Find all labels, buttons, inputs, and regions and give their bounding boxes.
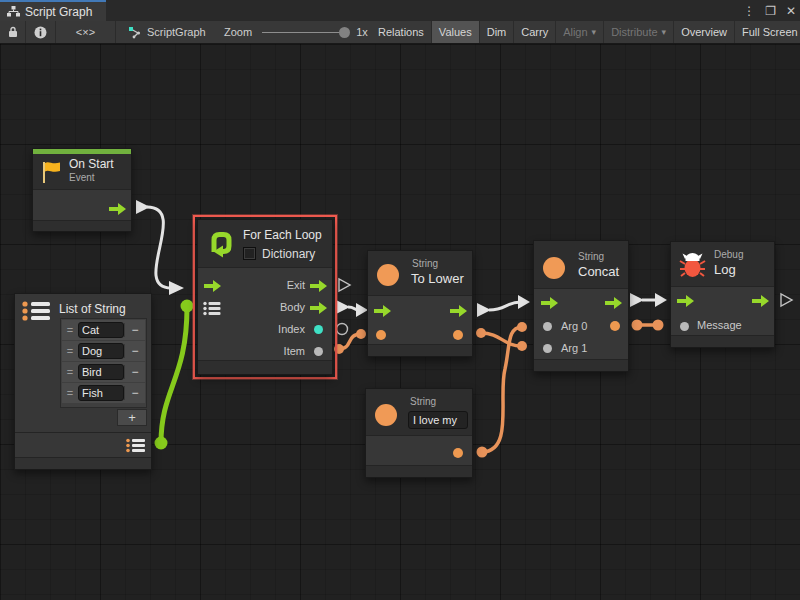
list-item-input[interactable] [78, 385, 124, 401]
log-exit-unconnected[interactable] [781, 294, 792, 306]
overview-button[interactable]: Overview [674, 21, 735, 43]
value-in-port[interactable] [376, 330, 386, 340]
node-subtitle: Event [69, 172, 95, 183]
add-item-button[interactable]: + [117, 409, 147, 426]
code-view-button[interactable]: <×> [56, 21, 116, 43]
flow-in-port[interactable] [677, 295, 694, 307]
align-button[interactable]: Align [556, 21, 604, 43]
wire-cap[interactable] [630, 293, 644, 307]
info-button[interactable] [26, 21, 56, 43]
graph-canvas[interactable]: On Start Event List of String = − [0, 44, 800, 600]
wire-cap[interactable] [476, 328, 486, 338]
node-string-to-lower[interactable]: String To Lower [367, 250, 473, 357]
message-in-port[interactable] [680, 322, 689, 331]
script-graph-window: Script Graph ⋮ ❐ ✕ <×> [0, 0, 800, 600]
item-out-port[interactable] [314, 347, 323, 356]
port-label-message: Message [697, 319, 742, 331]
remove-item-button[interactable]: − [124, 344, 145, 358]
close-icon[interactable]: ✕ [786, 4, 796, 18]
window-menu-icon[interactable]: ⋮ [743, 4, 755, 18]
drag-handle-icon[interactable]: = [62, 324, 78, 336]
port-label-item: Item [284, 345, 305, 357]
wire-cap[interactable] [518, 295, 530, 309]
lock-button[interactable] [0, 21, 26, 43]
flow-in-port[interactable] [204, 280, 221, 292]
list-item-input[interactable] [78, 343, 124, 359]
wire-list-foreach[interactable] [161, 307, 187, 443]
collection-in-port[interactable] [203, 301, 221, 316]
wire-cap[interactable] [477, 447, 488, 458]
wire-cap[interactable] [169, 281, 184, 295]
list-item-row: = − [62, 320, 145, 340]
dim-button[interactable]: Dim [480, 21, 515, 43]
wire-cap[interactable] [336, 300, 350, 314]
list-out-port[interactable] [126, 438, 145, 453]
list-item-input[interactable] [78, 364, 124, 380]
node-debug-log[interactable]: Debug Log Message [670, 241, 775, 348]
value-out-port[interactable] [453, 448, 463, 458]
wire-cap[interactable] [517, 322, 527, 332]
drag-handle-icon[interactable]: = [62, 387, 78, 399]
string-type-icon [375, 404, 397, 426]
node-title: Concat [578, 264, 619, 279]
fullscreen-button[interactable]: Full Screen [735, 21, 800, 43]
graph-identity[interactable]: ScriptGraph [128, 21, 206, 43]
result-out-port[interactable] [610, 321, 620, 331]
wire-cap[interactable] [653, 320, 664, 331]
flow-out-port[interactable] [109, 203, 126, 215]
node-list-of-string[interactable]: List of String = − = − = − [14, 293, 152, 470]
values-button[interactable]: Values [432, 21, 480, 43]
exit-port-unconnected[interactable] [339, 279, 350, 291]
port-label-exit: Exit [287, 279, 305, 291]
node-on-start[interactable]: On Start Event [32, 148, 132, 232]
flow-in-port[interactable] [374, 305, 391, 317]
checkbox-label: Dictionary [262, 247, 315, 261]
wire-cap[interactable] [155, 437, 168, 450]
node-string-concat[interactable]: String Concat Arg 0 Arg 1 [533, 240, 629, 372]
node-string-literal[interactable]: String [365, 388, 473, 478]
wire-cap[interactable] [477, 303, 491, 317]
drag-handle-icon[interactable]: = [62, 345, 78, 357]
loop-icon [206, 229, 236, 259]
index-port-unconnected[interactable] [337, 324, 348, 335]
wire-cap[interactable] [632, 320, 643, 331]
flow-out-port[interactable] [605, 297, 622, 309]
distribute-button[interactable]: Distribute [604, 21, 674, 43]
relations-button[interactable]: Relations [371, 21, 432, 43]
remove-item-button[interactable]: − [124, 386, 145, 400]
arg0-in-port[interactable] [543, 322, 552, 331]
arg1-in-port[interactable] [543, 344, 552, 353]
flow-in-port[interactable] [541, 297, 558, 309]
port-label-body: Body [280, 301, 305, 313]
body-out-port[interactable] [310, 302, 327, 314]
remove-item-button[interactable]: − [124, 323, 145, 337]
zoom-slider[interactable] [262, 32, 344, 33]
tab-script-graph[interactable]: Script Graph [0, 0, 106, 21]
flag-icon [41, 160, 63, 184]
wire-cap[interactable] [655, 293, 667, 307]
value-out-port[interactable] [453, 330, 463, 340]
wire-cap[interactable] [356, 329, 366, 339]
wire-flow-tolower-concat[interactable] [489, 302, 521, 310]
maximize-icon[interactable]: ❐ [765, 4, 776, 18]
flow-out-port[interactable] [752, 295, 769, 307]
exit-out-port[interactable] [310, 280, 327, 292]
tab-label: Script Graph [25, 5, 92, 19]
node-for-each-loop[interactable]: For Each Loop Dictionary Exit Body Index… [197, 219, 333, 375]
index-out-port[interactable] [314, 325, 323, 334]
wire-cap[interactable] [517, 341, 527, 351]
zoom-slider-handle[interactable] [339, 27, 350, 38]
node-title: For Each Loop [243, 228, 322, 242]
code-view-icon: <×> [76, 26, 95, 38]
wire-tolower-arg1[interactable] [481, 333, 522, 346]
port-label-arg1: Arg 1 [561, 342, 587, 354]
drag-handle-icon[interactable]: = [62, 366, 78, 378]
wire-cap[interactable] [181, 300, 194, 313]
string-value-input[interactable] [408, 411, 468, 429]
remove-item-button[interactable]: − [124, 365, 145, 379]
flow-out-port[interactable] [450, 305, 467, 317]
list-item-input[interactable] [78, 322, 124, 338]
wire-flow-onstart-foreach[interactable] [147, 207, 171, 288]
carry-button[interactable]: Carry [514, 21, 556, 43]
dictionary-checkbox[interactable] [243, 247, 256, 260]
